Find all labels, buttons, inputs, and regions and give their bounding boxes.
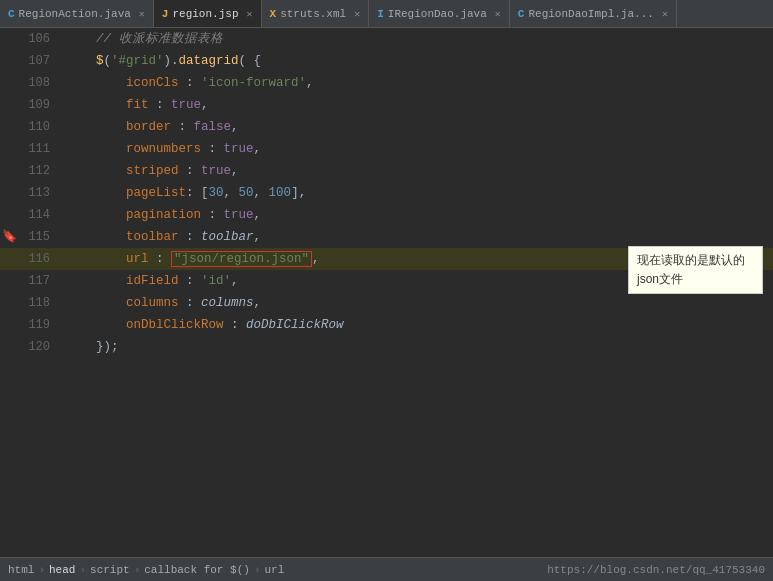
line-number-112: 112: [18, 160, 58, 182]
status-bar: html › head › script › callback for $() …: [0, 557, 773, 581]
tab-close-struts-xml[interactable]: ✕: [354, 8, 360, 20]
code-line-116: 116 url : "json/region.json", 现在读取的是默认的j…: [0, 248, 773, 270]
line-number-107: 107: [18, 50, 58, 72]
line-content-118: columns : columns,: [58, 292, 773, 314]
line-content-119: onDblClickRow : doDbIClickRow: [58, 314, 773, 336]
gutter-107: [0, 50, 18, 72]
tab-close-region-action[interactable]: ✕: [139, 8, 145, 20]
tab-label-iregion-dao: IRegionDao.java: [388, 8, 487, 20]
tab-icon-region-action: C: [8, 8, 15, 20]
tab-struts-xml[interactable]: X struts.xml ✕: [262, 0, 370, 28]
line-number-114: 114: [18, 204, 58, 226]
tab-close-region-dao-impl[interactable]: ✕: [662, 8, 668, 20]
line-number-110: 110: [18, 116, 58, 138]
gutter-120: [0, 336, 18, 358]
bookmark-icon-115: 🔖: [2, 226, 17, 248]
code-lines: 106 // 收派标准数据表格 107 $('#grid').datagrid(…: [0, 28, 773, 557]
tab-close-iregion-dao[interactable]: ✕: [495, 8, 501, 20]
tab-close-region-jsp[interactable]: ✕: [246, 8, 252, 20]
gutter-112: [0, 160, 18, 182]
breadcrumb-sep-2: ›: [79, 564, 86, 576]
tab-icon-iregion-dao: I: [377, 8, 384, 20]
tab-label-region-dao-impl: RegionDaoImpl.ja...: [528, 8, 653, 20]
line-content-107: $('#grid').datagrid( {: [58, 50, 773, 72]
code-line-110: 110 border : false,: [0, 116, 773, 138]
code-line-107: 107 $('#grid').datagrid( {: [0, 50, 773, 72]
line-content-106: // 收派标准数据表格: [58, 28, 773, 50]
tab-label-region-action: RegionAction.java: [19, 8, 131, 20]
line-content-114: pagination : true,: [58, 204, 773, 226]
tab-label-struts-xml: struts.xml: [280, 8, 346, 20]
tab-bar: C RegionAction.java ✕ J region.jsp ✕ X s…: [0, 0, 773, 28]
code-line-120: 120 });: [0, 336, 773, 358]
line-number-106: 106: [18, 28, 58, 50]
breadcrumb-script: script: [90, 564, 130, 576]
gutter-115: 🔖: [0, 226, 18, 248]
line-number-111: 111: [18, 138, 58, 160]
breadcrumb-head: head: [49, 564, 75, 576]
gutter-118: [0, 292, 18, 314]
line-number-120: 120: [18, 336, 58, 358]
code-line-118: 118 columns : columns,: [0, 292, 773, 314]
code-line-115: 🔖 115 toolbar : toolbar,: [0, 226, 773, 248]
gutter-108: [0, 72, 18, 94]
gutter-117: [0, 270, 18, 292]
line-number-115: 115: [18, 226, 58, 248]
tab-iregion-dao[interactable]: I IRegionDao.java ✕: [369, 0, 510, 28]
code-line-112: 112 striped : true,: [0, 160, 773, 182]
status-right-url: https://blog.csdn.net/qq_41753340: [547, 564, 765, 576]
tab-region-jsp[interactable]: J region.jsp ✕: [154, 0, 262, 28]
tab-label-region-jsp: region.jsp: [172, 8, 238, 20]
gutter-116: [0, 248, 18, 270]
line-number-119: 119: [18, 314, 58, 336]
breadcrumb-url: url: [264, 564, 284, 576]
line-content-116: url : "json/region.json",: [58, 248, 773, 270]
code-line-108: 108 iconCls : 'icon-forward',: [0, 72, 773, 94]
line-number-109: 109: [18, 94, 58, 116]
line-content-109: fit : true,: [58, 94, 773, 116]
code-line-111: 111 rownumbers : true,: [0, 138, 773, 160]
line-content-112: striped : true,: [58, 160, 773, 182]
line-content-115: toolbar : toolbar,: [58, 226, 773, 248]
code-line-109: 109 fit : true,: [0, 94, 773, 116]
line-content-117: idField : 'id',: [58, 270, 773, 292]
breadcrumb: html › head › script › callback for $() …: [8, 564, 284, 576]
gutter-110: [0, 116, 18, 138]
breadcrumb-html: html: [8, 564, 34, 576]
breadcrumb-sep-4: ›: [254, 564, 261, 576]
line-number-117: 117: [18, 270, 58, 292]
ide-window: C RegionAction.java ✕ J region.jsp ✕ X s…: [0, 0, 773, 581]
code-editor[interactable]: 106 // 收派标准数据表格 107 $('#grid').datagrid(…: [0, 28, 773, 557]
code-line-113: 113 pageList: [30, 50, 100],: [0, 182, 773, 204]
line-number-118: 118: [18, 292, 58, 314]
tab-icon-struts-xml: X: [270, 8, 277, 20]
breadcrumb-sep-1: ›: [38, 564, 45, 576]
line-content-120: });: [58, 336, 773, 358]
gutter-119: [0, 314, 18, 336]
line-number-116: 116: [18, 248, 58, 270]
code-line-117: 117 idField : 'id',: [0, 270, 773, 292]
line-content-108: iconCls : 'icon-forward',: [58, 72, 773, 94]
line-number-108: 108: [18, 72, 58, 94]
tab-icon-region-dao-impl: C: [518, 8, 525, 20]
line-content-113: pageList: [30, 50, 100],: [58, 182, 773, 204]
gutter-109: [0, 94, 18, 116]
line-content-110: border : false,: [58, 116, 773, 138]
tab-icon-region-jsp: J: [162, 8, 169, 20]
breadcrumb-callback: callback for $(): [144, 564, 250, 576]
gutter-114: [0, 204, 18, 226]
gutter-106: [0, 28, 18, 50]
breadcrumb-sep-3: ›: [134, 564, 141, 576]
tab-region-dao-impl[interactable]: C RegionDaoImpl.ja... ✕: [510, 0, 677, 28]
gutter-111: [0, 138, 18, 160]
line-number-113: 113: [18, 182, 58, 204]
code-line-119: 119 onDblClickRow : doDbIClickRow: [0, 314, 773, 336]
code-line-114: 114 pagination : true,: [0, 204, 773, 226]
code-line-106: 106 // 收派标准数据表格: [0, 28, 773, 50]
tab-region-action[interactable]: C RegionAction.java ✕: [0, 0, 154, 28]
line-content-111: rownumbers : true,: [58, 138, 773, 160]
gutter-113: [0, 182, 18, 204]
